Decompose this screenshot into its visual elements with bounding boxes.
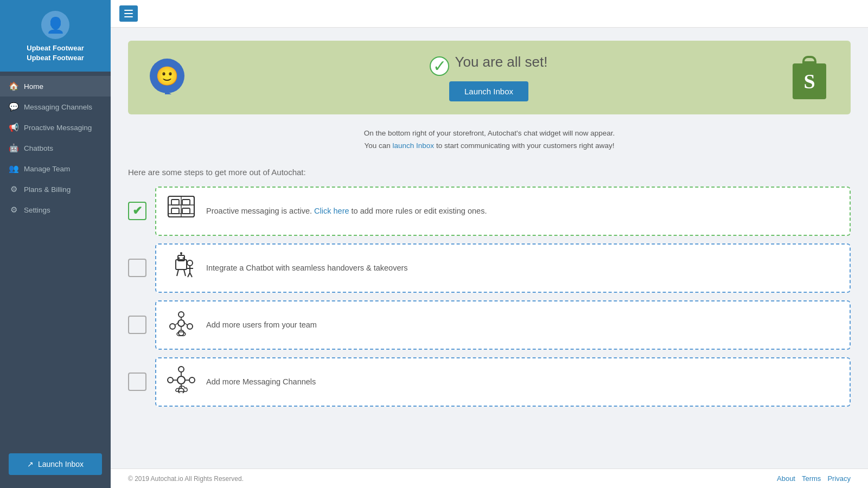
sidebar-item-label: Settings bbox=[24, 206, 50, 214]
proactive-messaging-step-icon bbox=[167, 195, 195, 227]
copyright-text: © 2019 Autochat.io All Rights Reserved. bbox=[128, 475, 244, 483]
svg-point-13 bbox=[183, 257, 184, 259]
step-row-chatbot: Integrate a Chatbot with seamless handov… bbox=[128, 243, 851, 293]
svg-point-12 bbox=[178, 257, 180, 259]
svg-point-22 bbox=[170, 324, 175, 329]
shopify-icon: S bbox=[790, 56, 829, 99]
svg-point-21 bbox=[178, 312, 184, 317]
chatbot-step-icon bbox=[167, 252, 195, 284]
step-card-channels[interactable]: Add more Messaging Channels bbox=[155, 357, 851, 407]
step-text-proactive-messaging: Proactive messaging is active. Click her… bbox=[206, 207, 487, 215]
svg-point-35 bbox=[168, 377, 173, 383]
main-content: 🙂 ✓ You are all set! Launch Inbox S bbox=[111, 0, 868, 488]
banner-launch-inbox-button[interactable]: Launch Inbox bbox=[449, 81, 528, 101]
footer-terms-link[interactable]: Terms bbox=[802, 474, 821, 483]
checkbox-channels[interactable] bbox=[128, 373, 146, 391]
billing-icon: ⚙ bbox=[9, 184, 18, 194]
user-icon: 👤 bbox=[46, 16, 65, 34]
svg-point-31 bbox=[177, 376, 185, 384]
shopify-s-letter: S bbox=[803, 69, 815, 93]
sidebar-item-manage-team[interactable]: 👥 Manage Team bbox=[0, 158, 111, 179]
launch-inbox-link[interactable]: launch Inbox bbox=[393, 142, 435, 150]
svg-line-14 bbox=[177, 269, 178, 276]
checkmark-icon: ✔ bbox=[132, 204, 142, 218]
svg-line-19 bbox=[188, 273, 190, 277]
sidebar-item-proactive-messaging[interactable]: 📢 Proactive Messaging bbox=[0, 117, 111, 138]
sidebar-item-label: Manage Team bbox=[24, 165, 70, 173]
sidebar-header: 👤 Upbeat Footwear Upbeat Footwear bbox=[0, 0, 111, 72]
sidebar-item-label: Proactive Messaging bbox=[24, 124, 92, 132]
footer: © 2019 Autochat.io All Rights Reserved. … bbox=[111, 468, 868, 488]
svg-point-33 bbox=[189, 377, 195, 383]
team-step-icon bbox=[167, 309, 195, 341]
home-icon: 🏠 bbox=[9, 81, 18, 91]
step-row-team: Add more users from your team bbox=[128, 300, 851, 350]
banner-center: ✓ You are all set! Launch Inbox bbox=[430, 54, 547, 101]
external-link-icon: ↗ bbox=[27, 460, 34, 468]
banner-check-row: ✓ You are all set! bbox=[430, 54, 547, 78]
footer-privacy-link[interactable]: Privacy bbox=[827, 474, 851, 483]
sidebar-item-home[interactable]: 🏠 Home bbox=[0, 76, 111, 97]
messaging-icon: 💬 bbox=[9, 102, 18, 112]
sidebar-item-label: Home bbox=[24, 82, 43, 91]
step-card-chatbot[interactable]: Integrate a Chatbot with seamless handov… bbox=[155, 243, 851, 293]
steps-heading: Here are some steps to get more out of A… bbox=[128, 168, 851, 177]
step-card-proactive-messaging[interactable]: Proactive messaging is active. Click her… bbox=[155, 187, 851, 236]
avatar: 👤 bbox=[41, 11, 69, 39]
topbar bbox=[111, 0, 868, 28]
step-row-proactive-messaging: ✔ Proactive messaging i bbox=[128, 187, 851, 236]
svg-rect-2 bbox=[182, 200, 190, 205]
shopify-bag: S bbox=[793, 63, 826, 99]
svg-rect-3 bbox=[171, 208, 179, 214]
svg-rect-1 bbox=[171, 200, 179, 205]
channels-step-icon bbox=[167, 366, 195, 398]
hamburger-line bbox=[124, 13, 133, 14]
banner-title: You are all set! bbox=[455, 54, 547, 70]
proactive-icon: 📢 bbox=[9, 123, 18, 132]
step-text-team: Add more users from your team bbox=[206, 320, 317, 329]
hamburger-button[interactable] bbox=[119, 5, 138, 22]
sidebar: 👤 Upbeat Footwear Upbeat Footwear 🏠 Home… bbox=[0, 0, 111, 488]
footer-about-link[interactable]: About bbox=[777, 474, 795, 483]
store-name: Upbeat Footwear Upbeat Footwear bbox=[27, 43, 84, 63]
svg-line-20 bbox=[190, 273, 192, 277]
chat-widget-icon: 🙂 bbox=[150, 59, 188, 97]
sidebar-launch-inbox-button[interactable]: ↗ Launch Inbox bbox=[9, 453, 102, 475]
sidebar-item-chatbots[interactable]: 🤖 Chatbots bbox=[0, 138, 111, 158]
checkbox-chatbot[interactable] bbox=[128, 259, 146, 277]
nav-menu: 🏠 Home 💬 Messaging Channels 📢 Proactive … bbox=[0, 72, 111, 447]
check-circle-icon: ✓ bbox=[430, 56, 449, 76]
hamburger-line bbox=[124, 16, 133, 17]
footer-links: About Terms Privacy bbox=[777, 474, 851, 483]
svg-point-25 bbox=[178, 320, 184, 326]
svg-point-24 bbox=[178, 330, 184, 336]
description-text: On the bottom right of your storefront, … bbox=[128, 127, 851, 152]
setup-complete-banner: 🙂 ✓ You are all set! Launch Inbox S bbox=[128, 41, 851, 114]
svg-point-16 bbox=[187, 260, 193, 266]
smiley-icon: 🙂 bbox=[156, 67, 178, 85]
sidebar-item-plans-billing[interactable]: ⚙ Plans & Billing bbox=[0, 179, 111, 200]
svg-line-15 bbox=[184, 269, 186, 276]
step-card-team[interactable]: Add more users from your team bbox=[155, 300, 851, 350]
svg-point-11 bbox=[180, 252, 182, 254]
chat-tail bbox=[165, 90, 171, 94]
checkbox-proactive-messaging[interactable]: ✔ bbox=[128, 202, 146, 220]
checkbox-team[interactable] bbox=[128, 316, 146, 334]
click-here-link[interactable]: Click here bbox=[314, 207, 349, 215]
sidebar-item-label: Plans & Billing bbox=[24, 185, 71, 194]
sidebar-item-settings[interactable]: ⚙ Settings bbox=[0, 200, 111, 220]
shopify-handle bbox=[802, 56, 816, 63]
sidebar-item-label: Messaging Channels bbox=[24, 103, 92, 111]
svg-point-23 bbox=[187, 324, 193, 329]
page-content: 🙂 ✓ You are all set! Launch Inbox S bbox=[111, 28, 868, 468]
step-row-channels: Add more Messaging Channels bbox=[128, 357, 851, 407]
hamburger-line bbox=[124, 10, 133, 11]
team-icon: 👥 bbox=[9, 164, 18, 174]
sidebar-item-label: Chatbots bbox=[24, 144, 53, 152]
svg-point-32 bbox=[178, 367, 184, 372]
chatbot-icon: 🤖 bbox=[9, 143, 18, 153]
step-text-chatbot: Integrate a Chatbot with seamless handov… bbox=[206, 264, 408, 272]
svg-rect-4 bbox=[182, 208, 190, 214]
sidebar-item-messaging-channels[interactable]: 💬 Messaging Channels bbox=[0, 97, 111, 117]
settings-icon: ⚙ bbox=[9, 205, 18, 215]
